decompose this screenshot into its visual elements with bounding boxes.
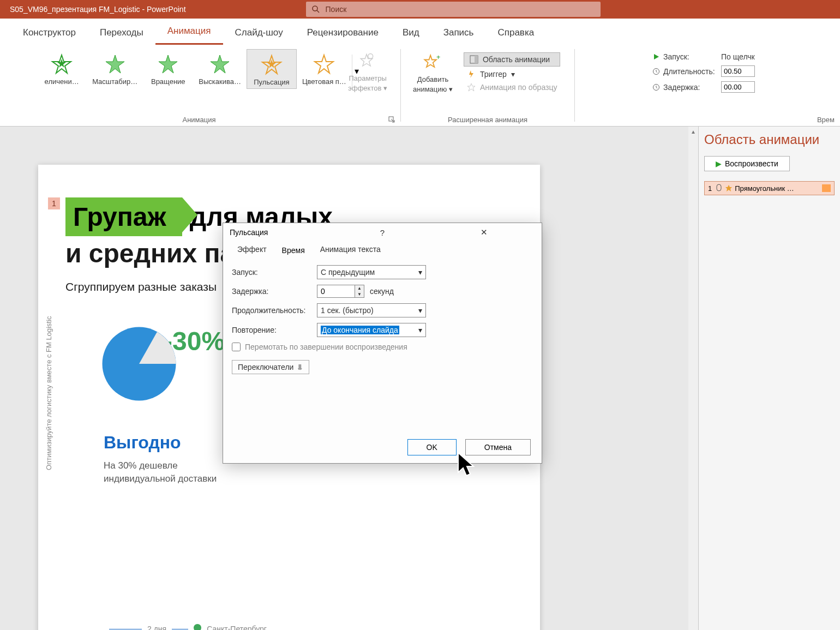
delay-spinner[interactable]: ▲▼ [317,285,364,298]
trigger-button[interactable]: Триггер ▾ [464,69,561,80]
delay-row: Задержка: [652,81,765,93]
duration-select[interactable]: 1 сек. (быстро)▾ [317,303,426,317]
tab-view[interactable]: Вид [391,22,431,45]
rewind-label: Перемотать по завершении воспроизведения [245,343,407,351]
group-label-timing: Врем [817,116,835,124]
pin-icon [194,624,201,630]
effect-enlarge[interactable]: еличени… [37,49,87,89]
pie-chart-icon [98,323,180,405]
add-animation-button[interactable]: + Добавить анимацию ▾ [406,49,459,97]
duration-row: Длительность: [652,65,765,77]
trigger-icon [467,70,476,79]
effect-rotate[interactable]: Вращение [143,49,193,89]
cancel-button[interactable]: Отмена [465,439,531,455]
dialog-footer: OK Отмена [223,431,542,463]
animation-gallery-group: еличени… Масштабир… Вращение Выскакива… … [0,45,398,126]
star-icon [156,52,180,76]
svg-line-1 [317,10,319,13]
dialog-title: Пульсация [230,228,332,237]
svg-marker-23 [725,185,732,191]
spin-down-icon[interactable]: ▼ [355,291,364,297]
star-plus-icon: + [422,52,443,74]
duration-input[interactable] [721,65,755,77]
effect-pulse[interactable]: Пульсация [247,49,297,89]
star-icon [312,52,336,76]
svg-rect-16 [475,56,478,63]
scroll-up-icon[interactable]: ▲ [688,127,698,136]
effect-params-button: Параметры эффектов ▾ [341,48,394,95]
tab-review[interactable]: Рецензирование [295,22,391,45]
star-icon [260,53,284,77]
svg-marker-6 [211,55,229,73]
svg-marker-18 [654,54,659,59]
close-icon[interactable]: ✕ [433,227,535,237]
dialog-tab-effect[interactable]: Эффект [230,242,274,257]
ribbon-tabs: Конструктор Переходы Анимация Слайд-шоу … [0,19,840,45]
animation-entry[interactable]: 1 Прямоугольник … [704,181,835,195]
effect-scale[interactable]: Масштабир… [87,49,143,89]
start-row: Запуск: По щелчк [652,52,765,61]
chevron-down-icon: ⥥ [297,363,303,371]
star-icon [467,83,476,92]
delay-input[interactable] [721,81,755,93]
pulse-dialog: Пульсация ? ✕ Эффект Время Анимация текс… [223,223,542,464]
heading-highlight: Групаж [73,202,166,231]
svg-marker-10 [361,54,373,66]
vertical-scrollbar[interactable]: ▲ [688,127,698,630]
timeline-bar [822,184,831,192]
play-icon [652,53,660,61]
animation-pane-button[interactable]: Область анимации [464,52,561,67]
tab-transitions[interactable]: Переходы [88,22,155,45]
svg-marker-5 [159,55,177,73]
side-text: Оптимизируйте логистику вместе с FM Logi… [45,252,53,470]
tab-designer[interactable]: Конструктор [11,22,88,45]
tab-slideshow[interactable]: Слайд-шоу [223,22,295,45]
tab-record[interactable]: Запись [431,22,486,45]
advanced-animation-group: + Добавить анимацию ▾ Область анимации Т… [403,45,572,126]
pane-title: Область анимации [704,132,835,147]
spin-up-icon[interactable]: ▲ [355,285,364,291]
play-button[interactable]: ▶ Воспроизвести [704,156,790,171]
clock-icon [652,68,660,75]
duration-label: Продолжительность: [232,306,311,315]
start-select[interactable]: С предыдущим▾ [317,265,426,279]
svg-point-11 [368,54,373,59]
days-text: 2 дня [147,625,166,630]
help-icon[interactable]: ? [332,228,434,237]
animation-pane: Область анимации ▶ Воспроизвести 1 Прямо… [698,127,840,630]
effect-bounce[interactable]: Выскакива… [193,49,247,89]
tab-animation[interactable]: Анимация [155,20,223,45]
city-text: Санкт-Петербург [207,625,267,630]
svg-marker-13 [425,55,437,67]
repeat-select[interactable]: До окончания слайда▾ [317,323,426,337]
dialog-tab-text[interactable]: Анимация текста [313,242,388,257]
star-icon [725,184,733,192]
star-icon [208,52,232,76]
tab-help[interactable]: Справка [485,22,546,45]
dialog-tab-time[interactable]: Время [274,242,313,258]
repeat-label: Повторение: [232,326,311,334]
ribbon: еличени… Масштабир… Вращение Выскакива… … [0,45,840,127]
toggles-button[interactable]: Переключатели ⥥ [232,360,309,374]
svg-marker-9 [315,55,333,73]
svg-text:+: + [436,53,440,61]
search-box[interactable]: Поиск [306,2,601,17]
delay-input[interactable] [317,285,355,298]
dialog-launcher-icon[interactable] [388,116,396,124]
star-icon [103,52,127,76]
star-gear-icon [357,51,379,73]
start-select[interactable]: По щелчк [721,52,765,61]
animation-tag[interactable]: 1 [48,197,60,209]
group-label-advanced: Расширенная анимация [448,116,527,124]
title-bar: S05_VM96_презентация FM_Logistic - Power… [0,0,840,19]
svg-rect-22 [717,184,721,191]
mouse-icon [715,184,723,193]
dialog-tabs: Эффект Время Анимация текста [223,242,542,257]
rewind-checkbox[interactable] [232,343,241,351]
animation-painter-button: Анимация по образцу [464,82,561,93]
ok-button[interactable]: OK [407,439,457,455]
star-icon [50,52,74,76]
svg-marker-4 [106,55,124,73]
group-label-animation: Анимация [182,116,215,124]
pane-icon [470,55,478,64]
